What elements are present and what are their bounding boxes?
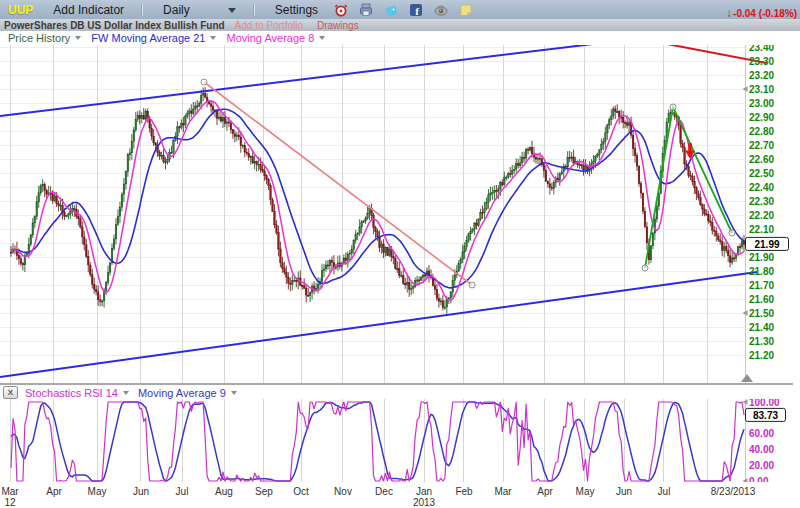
twitter-icon[interactable] <box>384 3 398 17</box>
price-axis-labels: 23.4023.3023.2023.1023.0022.9022.8022.70… <box>743 45 775 361</box>
svg-text:21.99: 21.99 <box>754 239 779 250</box>
stochastics-panel[interactable]: 100.0060.0040.0020.000.0083.73 <box>0 399 800 485</box>
chevron-down-icon <box>75 36 81 40</box>
ma21-dropdown[interactable]: FW Moving Average 21 <box>91 32 205 44</box>
price-box: 21.99 <box>746 237 789 250</box>
svg-text:23.30: 23.30 <box>749 56 774 67</box>
indicator-panel-header: X Stochastics RSI 14 Moving Average 9 <box>0 386 800 399</box>
chevron-down-icon <box>228 8 236 13</box>
drawings-menu[interactable]: Drawings <box>317 20 359 31</box>
price-chart[interactable]: 23.4023.3023.2023.1023.0022.9022.8022.70… <box>0 45 800 383</box>
chevron-down-icon <box>319 36 325 40</box>
svg-text:21.40: 21.40 <box>749 322 774 333</box>
svg-text:22.50: 22.50 <box>749 168 774 179</box>
stoch-value-box: 83.73 <box>746 408 786 421</box>
svg-text:21.30: 21.30 <box>749 336 774 347</box>
time-axis: Mar12AprMayJunJulAugSepOctNovDecJan2013F… <box>0 482 800 508</box>
svg-text:22.70: 22.70 <box>749 140 774 151</box>
toolbar-icons: f <box>334 3 473 17</box>
month-label: Jul <box>634 486 694 497</box>
svg-text:60.00: 60.00 <box>749 428 774 439</box>
svg-text:22.40: 22.40 <box>749 182 774 193</box>
svg-text:21.90: 21.90 <box>749 252 774 263</box>
svg-text:23.10: 23.10 <box>749 84 774 95</box>
axis-resize-handle[interactable] <box>741 374 753 382</box>
svg-text:22.60: 22.60 <box>749 154 774 165</box>
price-history-dropdown[interactable]: Price History <box>8 32 70 44</box>
toolbar: UUP Add Indicator Daily Settings f <box>0 0 800 19</box>
chevron-down-icon <box>123 391 129 395</box>
svg-text:22.10: 22.10 <box>749 224 774 235</box>
svg-text:21.80: 21.80 <box>749 266 774 277</box>
toolbar-separator <box>254 4 255 16</box>
symbol-label[interactable]: UUP <box>8 3 33 17</box>
chevron-down-icon <box>210 36 216 40</box>
settings-button[interactable]: Settings <box>275 3 318 17</box>
down-arrow-icon: ↓ <box>726 6 732 20</box>
svg-text:f: f <box>415 5 419 17</box>
add-to-portfolio-link[interactable]: Add to Portfolio <box>235 20 303 31</box>
svg-text:83.73: 83.73 <box>753 410 778 421</box>
svg-text:21.70: 21.70 <box>749 280 774 291</box>
fund-name: PowerShares DB US Dollar Index Bullish F… <box>4 20 225 31</box>
add-indicator-button[interactable]: Add Indicator <box>53 3 124 17</box>
chevron-down-icon <box>231 391 237 395</box>
trendline-upper-channel <box>0 45 618 116</box>
svg-text:21.50: 21.50 <box>749 308 774 319</box>
facebook-icon[interactable]: f <box>409 3 423 17</box>
stoch-ma-dropdown[interactable]: Moving Average 9 <box>138 387 226 399</box>
stoch-rsi-dropdown[interactable]: Stochastics RSI 14 <box>25 387 118 399</box>
month-label: 8/23/2013 <box>703 486 763 497</box>
svg-text:21.60: 21.60 <box>749 294 774 305</box>
svg-text:21.20: 21.20 <box>749 350 774 361</box>
svg-text:22.90: 22.90 <box>749 112 774 123</box>
trendline-lower-channel <box>0 272 757 377</box>
svg-text:23.20: 23.20 <box>749 70 774 81</box>
close-panel-button[interactable]: X <box>3 386 18 399</box>
change-value: -0.04 (-0.18%) <box>733 8 797 19</box>
timeframe-value: Daily <box>163 3 190 17</box>
svg-text:22.30: 22.30 <box>749 196 774 207</box>
year-label: 12 <box>0 497 40 508</box>
svg-text:40.00: 40.00 <box>749 444 774 455</box>
year-label: 2013 <box>394 497 454 508</box>
timeframe-select[interactable]: Daily <box>163 3 236 17</box>
price-change: ↓-0.04 (-0.18%) <box>726 6 797 20</box>
charting-app: UUP Add Indicator Daily Settings f <box>0 0 800 508</box>
toolbar-separator <box>142 4 143 16</box>
ma8-dropdown[interactable]: Moving Average 8 <box>226 32 314 44</box>
stoch-line <box>11 402 744 481</box>
alarm-icon[interactable] <box>334 3 348 17</box>
chart-legend: Price History FW Moving Average 21 Movin… <box>0 31 800 45</box>
camera-icon[interactable] <box>434 3 448 17</box>
svg-text:22.20: 22.20 <box>749 210 774 221</box>
svg-text:100.00: 100.00 <box>749 399 780 408</box>
stoch-ma-line <box>11 402 744 481</box>
chart-divider[interactable] <box>0 383 793 385</box>
printer-icon[interactable] <box>359 3 373 17</box>
note-icon[interactable] <box>459 3 473 17</box>
symbol-subbar: PowerShares DB US Dollar Index Bullish F… <box>0 19 800 31</box>
svg-text:22.80: 22.80 <box>749 126 774 137</box>
svg-text:23.00: 23.00 <box>749 98 774 109</box>
svg-text:20.00: 20.00 <box>749 460 774 471</box>
svg-text:23.40: 23.40 <box>749 45 774 53</box>
